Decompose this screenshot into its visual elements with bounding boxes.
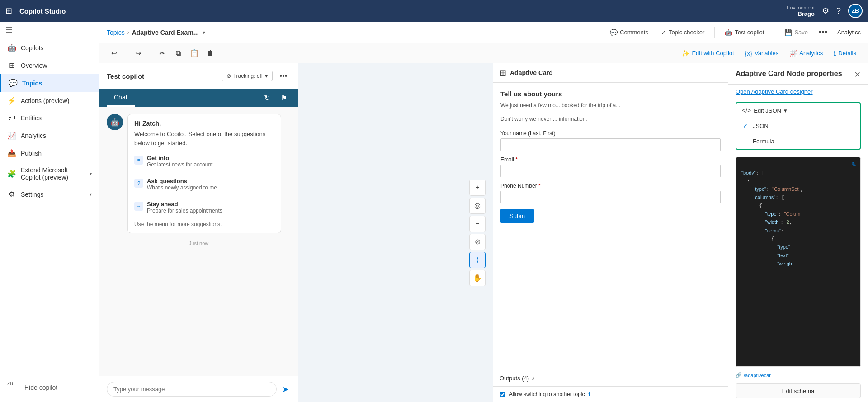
stay-icon: → — [134, 202, 143, 211]
chat-more-button[interactable]: ••• — [276, 69, 291, 83]
help-button[interactable]: ? — [836, 6, 841, 16]
nav-right: Environment Brago ⚙ ? ZB — [787, 4, 863, 18]
test-copilot-label: Test copilot — [735, 29, 764, 36]
et-divider-2 — [150, 48, 150, 59]
chat-flag-icon[interactable]: ⚑ — [277, 90, 291, 106]
redo-button[interactable]: ↪ — [131, 46, 145, 61]
cut-button[interactable]: ✂ — [155, 46, 169, 61]
chat-tab-chat[interactable]: Chat — [107, 89, 135, 107]
toolbar-divider-2 — [774, 27, 774, 38]
target-button[interactable]: ◎ — [469, 198, 486, 214]
sidebar-item-entities[interactable]: 🏷 Entities — [0, 109, 99, 127]
copilot-edit-icon: ✨ — [682, 50, 689, 57]
topic-checker-label: Topic checker — [669, 29, 704, 36]
acp-submit-button[interactable]: Subm — [500, 209, 534, 223]
app-name: Copilot Studio — [19, 7, 781, 15]
edit-with-copilot-button[interactable]: ✨ Edit with Copilot — [677, 48, 738, 59]
suggestion-title-get-info: Get info — [147, 155, 212, 161]
sidebar-item-overview[interactable]: ⊞ Overview — [0, 57, 99, 74]
json-url-link[interactable]: 🔗 /adaptivecar — [728, 370, 868, 380]
chat-refresh-icon[interactable]: ↻ — [260, 90, 274, 106]
settings-button[interactable]: ⚙ — [822, 6, 829, 16]
json-url-icon: 🔗 — [736, 372, 742, 378]
outputs-caret-icon: ∧ — [532, 376, 535, 381]
analytics-toolbar-button[interactable]: 📈 Analytics — [785, 48, 827, 59]
sidebar-item-actions[interactable]: ⚡ Actions (preview) — [0, 92, 99, 109]
breadcrumb: Topics › Adaptive Card Exam... ▾ — [107, 29, 602, 36]
actions-icon: ⚡ — [7, 96, 16, 105]
sidebar-item-hide-copilot[interactable]: ZB Hide copilot — [0, 377, 99, 398]
json-edit-icon[interactable]: ✎ — [851, 161, 857, 168]
canvas-tools: + ◎ − ⊘ ⊹ ✋ — [469, 180, 486, 286]
save-button[interactable]: 💾 Save — [780, 27, 812, 38]
acp-name-input[interactable] — [500, 138, 721, 151]
suggestion-ask-questions[interactable]: ? Ask questions What's newly assigned to… — [134, 175, 274, 194]
user-avatar[interactable]: ZB — [848, 4, 863, 18]
undo-button[interactable]: ↩ — [107, 46, 121, 61]
pp-close-button[interactable]: ✕ — [854, 70, 861, 80]
allow-switch-checkbox[interactable] — [500, 392, 505, 397]
grid-icon[interactable]: ⊞ — [5, 6, 12, 16]
json-option[interactable]: ✓ JSON — [736, 118, 860, 133]
more-options-icon[interactable]: ••• — [816, 26, 830, 39]
hand-tool-button[interactable]: ✋ — [469, 270, 486, 286]
analytics-toolbar-label: Analytics — [799, 50, 823, 57]
tracking-button[interactable]: ⊘ Tracking: off ▾ — [222, 71, 273, 81]
sidebar-item-topics[interactable]: 💬 Topics — [0, 74, 99, 92]
delete-button[interactable]: 🗑 — [203, 46, 218, 61]
sidebar-label-extend: Extend Microsoft Copilot (preview) — [21, 166, 85, 181]
formula-option[interactable]: ✓ Formula — [736, 133, 860, 149]
open-designer-link[interactable]: Open Adaptive Card designer — [728, 85, 868, 99]
json-url-text: /adaptivecar — [744, 373, 771, 378]
breadcrumb-dropdown-icon[interactable]: ▾ — [203, 29, 205, 36]
sidebar-item-extend[interactable]: 🧩 Extend Microsoft Copilot (preview) ▾ — [0, 162, 99, 185]
test-copilot-button[interactable]: 🤖 Test copilot — [720, 27, 769, 38]
sidebar-toggle[interactable]: ☰ — [0, 22, 99, 39]
chat-send-button[interactable]: ➤ — [280, 383, 291, 396]
settings-nav-icon: ⚙ — [7, 190, 16, 199]
zoom-out-button[interactable]: − — [469, 216, 486, 232]
variables-icon: {x} — [745, 50, 752, 57]
sidebar-item-publish[interactable]: 📤 Publish — [0, 144, 99, 162]
copilots-icon: 🤖 — [7, 43, 16, 52]
acp-section-title: Tell us about yours — [500, 90, 721, 98]
adaptive-card-icon: ⊞ — [500, 68, 506, 78]
topic-checker-button[interactable]: ✓ Topic checker — [656, 27, 709, 38]
zoom-in-button[interactable]: + — [469, 180, 486, 196]
json-editor[interactable]: "body": [ { "type": "ColumnSet", "column… — [736, 157, 861, 367]
sidebar-item-analytics[interactable]: 📈 Analytics — [0, 127, 99, 144]
message-bubble: Hi Zatch, Welcome to Copilot. Select one… — [127, 114, 281, 233]
get-info-icon: ≡ — [134, 156, 143, 165]
sidebar-item-copilots[interactable]: 🤖 Copilots — [0, 39, 99, 57]
chat-timestamp: Just now — [107, 241, 291, 246]
sidebar-label-settings: Settings — [21, 191, 44, 198]
chat-input[interactable] — [107, 382, 277, 397]
environment-block: Environment Brago — [787, 5, 815, 17]
cursor-tool-button[interactable]: ⊹ — [469, 252, 486, 268]
details-button[interactable]: ℹ Details — [829, 48, 861, 59]
edit-schema-button[interactable]: Edit schema — [736, 383, 861, 398]
sidebar-item-settings[interactable]: ⚙ Settings ▾ — [0, 185, 99, 203]
block-button[interactable]: ⊘ — [469, 234, 486, 250]
suggestion-get-info[interactable]: ≡ Get info Get latest news for account — [134, 152, 274, 170]
breadcrumb-topics-link[interactable]: Topics — [107, 29, 125, 36]
environment-name: Brago — [797, 10, 815, 17]
chat-header-right: ⊘ Tracking: off ▾ ••• — [222, 69, 291, 83]
acp-phone-input[interactable] — [500, 191, 721, 203]
copy-context-button[interactable]: ⧉ — [171, 46, 185, 61]
entities-icon: 🏷 — [7, 114, 16, 122]
suggestion-stay-ahead[interactable]: → Stay ahead Prepare for sales appointme… — [134, 198, 274, 217]
analytics-toolbar-icon: 📈 — [789, 50, 797, 57]
comments-button[interactable]: 💬 Comments — [605, 27, 653, 38]
edit-toolbar: ↩ ↪ ✂ ⧉ 📋 🗑 ✨ Edit with Copilot {x} Vari… — [99, 43, 868, 63]
acp-header: ⊞ Adaptive Card — [493, 63, 728, 83]
edit-json-trigger[interactable]: </> Edit JSON ▾ — [736, 103, 860, 118]
acp-email-input[interactable] — [500, 165, 721, 177]
sidebar-label-publish: Publish — [21, 150, 42, 157]
breadcrumb-separator: › — [127, 29, 129, 36]
variables-button[interactable]: {x} Variables — [741, 48, 783, 59]
copy-button[interactable]: 📋 — [187, 46, 202, 61]
acp-name-label: Your name (Last, First) — [500, 130, 721, 137]
acp-outputs-toggle[interactable]: Outputs (4) ∧ — [500, 375, 722, 382]
sidebar-label-copilots: Copilots — [21, 44, 44, 52]
